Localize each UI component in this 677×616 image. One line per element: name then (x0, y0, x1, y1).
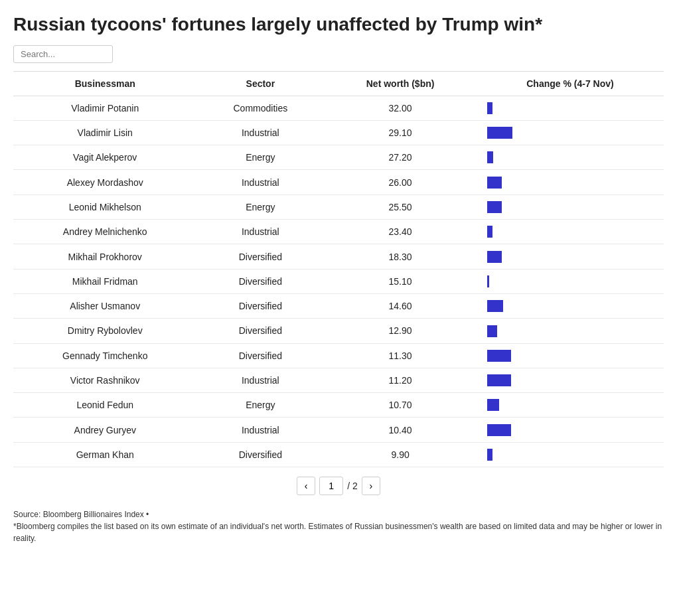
table-row: Vladimir PotaninCommodities32.00 (13, 96, 664, 120)
cell-change-bar (477, 293, 664, 318)
change-bar (487, 350, 511, 362)
col-header-change: Change % (4-7 Nov) (477, 71, 664, 96)
cell-networth: 9.90 (324, 442, 477, 467)
cell-networth: 14.60 (324, 293, 477, 318)
cell-networth: 23.40 (324, 220, 477, 244)
cell-networth: 15.10 (324, 269, 477, 293)
change-bar (487, 226, 492, 238)
cell-change-bar (477, 244, 664, 269)
cell-name: Andrey Melnichenko (13, 220, 196, 244)
next-page-button[interactable]: › (362, 477, 380, 495)
change-bar (487, 151, 493, 163)
change-bar (487, 300, 503, 312)
cell-name: Dmitry Rybolovlev (13, 319, 196, 343)
cell-name: Alisher Usmanov (13, 293, 196, 318)
cell-change-bar (477, 442, 664, 467)
cell-sector: Diversified (196, 442, 324, 467)
cell-sector: Energy (196, 194, 324, 219)
table-row: Victor RashnikovIndustrial11.20 (13, 368, 664, 392)
table-row: German KhanDiversified9.90 (13, 442, 664, 467)
change-bar (487, 275, 489, 287)
cell-sector: Industrial (196, 368, 324, 392)
table-row: Andrey GuryevIndustrial10.40 (13, 418, 664, 442)
table-row: Mikhail FridmanDiversified15.10 (13, 269, 664, 293)
cell-networth: 12.90 (324, 319, 477, 343)
table-row: Alexey MordashovIndustrial26.00 (13, 170, 664, 194)
page-number-input[interactable] (319, 477, 343, 495)
cell-networth: 25.50 (324, 194, 477, 219)
footer-note: *Bloomberg compiles the list based on it… (13, 520, 664, 544)
page-total: / 2 (347, 481, 358, 491)
cell-change-bar (477, 120, 664, 145)
change-bar (487, 251, 502, 263)
table-row: Leonid MikhelsonEnergy25.50 (13, 194, 664, 219)
data-table: Businessman Sector Net worth ($bn) Chang… (13, 71, 664, 467)
change-bar (487, 424, 511, 436)
cell-change-bar (477, 170, 664, 194)
cell-networth: 18.30 (324, 244, 477, 269)
cell-networth: 27.20 (324, 145, 477, 170)
cell-networth: 11.30 (324, 343, 477, 368)
table-row: Alisher UsmanovDiversified14.60 (13, 293, 664, 318)
cell-change-bar (477, 220, 664, 244)
col-header-networth: Net worth ($bn) (324, 71, 477, 96)
cell-name: Andrey Guryev (13, 418, 196, 442)
cell-sector: Diversified (196, 244, 324, 269)
col-header-businessman: Businessman (13, 71, 196, 96)
pagination: ‹ / 2 › (13, 477, 664, 495)
cell-sector: Energy (196, 145, 324, 170)
cell-name: Mikhail Prokhorov (13, 244, 196, 269)
cell-change-bar (477, 269, 664, 293)
footer: Source: Bloomberg Billionaires Index • *… (13, 508, 664, 544)
change-bar (487, 177, 502, 189)
page-title: Russian tycoons' fortunes largely unaffe… (13, 13, 664, 36)
table-row: Vagit AlekperovEnergy27.20 (13, 145, 664, 170)
cell-name: Alexey Mordashov (13, 170, 196, 194)
table-row: Gennady TimchenkoDiversified11.30 (13, 343, 664, 368)
cell-name: Vagit Alekperov (13, 145, 196, 170)
change-bar (487, 325, 497, 337)
table-row: Dmitry RybolovlevDiversified12.90 (13, 319, 664, 343)
cell-name: Gennady Timchenko (13, 343, 196, 368)
change-bar (487, 102, 492, 114)
col-header-sector: Sector (196, 71, 324, 96)
cell-change-bar (477, 96, 664, 120)
cell-networth: 26.00 (324, 170, 477, 194)
cell-change-bar (477, 368, 664, 392)
cell-networth: 32.00 (324, 96, 477, 120)
cell-networth: 11.20 (324, 368, 477, 392)
footer-source: Source: Bloomberg Billionaires Index • (13, 508, 664, 520)
search-input[interactable] (13, 45, 113, 63)
cell-change-bar (477, 418, 664, 442)
cell-change-bar (477, 343, 664, 368)
cell-change-bar (477, 194, 664, 219)
cell-sector: Industrial (196, 170, 324, 194)
cell-change-bar (477, 393, 664, 418)
table-row: Andrey MelnichenkoIndustrial23.40 (13, 220, 664, 244)
cell-name: Leonid Fedun (13, 393, 196, 418)
cell-sector: Industrial (196, 418, 324, 442)
change-bar (487, 374, 511, 386)
cell-change-bar (477, 319, 664, 343)
cell-change-bar (477, 145, 664, 170)
cell-networth: 29.10 (324, 120, 477, 145)
cell-sector: Industrial (196, 220, 324, 244)
cell-sector: Energy (196, 393, 324, 418)
table-row: Mikhail ProkhorovDiversified18.30 (13, 244, 664, 269)
cell-name: Victor Rashnikov (13, 368, 196, 392)
cell-name: Vladimir Lisin (13, 120, 196, 145)
cell-name: German Khan (13, 442, 196, 467)
change-bar (487, 449, 492, 461)
cell-sector: Diversified (196, 293, 324, 318)
table-row: Vladimir LisinIndustrial29.10 (13, 120, 664, 145)
table-row: Leonid FedunEnergy10.70 (13, 393, 664, 418)
cell-name: Leonid Mikhelson (13, 194, 196, 219)
prev-page-button[interactable]: ‹ (297, 477, 315, 495)
change-bar (487, 201, 502, 213)
cell-name: Vladimir Potanin (13, 96, 196, 120)
cell-sector: Diversified (196, 319, 324, 343)
change-bar (487, 399, 499, 411)
change-bar (487, 127, 512, 139)
cell-sector: Industrial (196, 120, 324, 145)
cell-name: Mikhail Fridman (13, 269, 196, 293)
